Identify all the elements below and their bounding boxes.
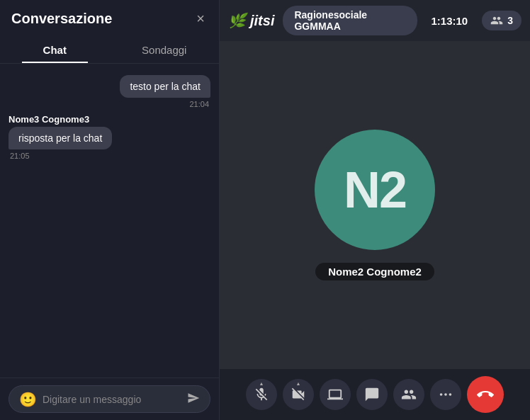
send-icon [187, 392, 200, 404]
jitsi-wordmark: jitsi [250, 13, 274, 29]
chat-input-area: 🙂 [0, 378, 219, 420]
message-time: 21:04 [189, 100, 210, 108]
mic-mute-button[interactable] [246, 379, 277, 410]
emoji-button[interactable]: 🙂 [19, 392, 37, 407]
messages-area: testo per la chat 21:04 Nome3 Cognome3 r… [0, 64, 219, 378]
cam-off-icon [291, 387, 306, 402]
end-call-icon [477, 386, 494, 403]
chat-icon [364, 387, 380, 402]
chat-tabs: Chat Sondaggi [0, 37, 219, 64]
video-main: N2 Nome2 Cognome2 [220, 41, 530, 369]
mic-off-icon [254, 387, 269, 402]
bubble-text: risposta per la chat [9, 127, 112, 149]
sender-name: Nome3 Cognome3 [9, 114, 89, 125]
more-icon [438, 387, 453, 402]
jitsi-logo: 🌿 jitsi [228, 12, 274, 29]
svg-point-1 [444, 393, 447, 396]
tab-chat[interactable]: Chat [0, 37, 110, 63]
message-outgoing: testo per la chat 21:04 [120, 75, 210, 108]
svg-point-0 [440, 393, 443, 396]
screen-share-icon [327, 387, 343, 402]
participant-name: Nome2 Cognome2 [315, 263, 434, 280]
input-wrapper: 🙂 [9, 385, 210, 413]
participants-badge: 3 [482, 11, 521, 30]
message-incoming: Nome3 Cognome3 risposta per la chat 21:0… [9, 114, 112, 160]
chat-panel: Conversazione × Chat Sondaggi testo per … [0, 0, 220, 420]
bottom-toolbar [220, 369, 530, 420]
chat-button[interactable] [356, 379, 388, 410]
video-topbar: 🌿 jitsi Ragionesociale GGMMAA 1:13:10 3 [220, 0, 530, 41]
participant-avatar: N2 [315, 130, 435, 250]
video-panel: 🌿 jitsi Ragionesociale GGMMAA 1:13:10 3 … [220, 0, 530, 420]
meeting-timer: 1:13:10 [426, 12, 474, 30]
people-icon [401, 387, 417, 402]
meeting-name-badge: Ragionesociale GGMMAA [283, 6, 417, 35]
participants-icon [490, 14, 503, 27]
participants-button[interactable] [393, 379, 424, 410]
jitsi-leaf-icon: 🌿 [228, 12, 246, 29]
tab-polls[interactable]: Sondaggi [110, 37, 220, 63]
conversation-title: Conversazione [11, 11, 112, 27]
end-call-button[interactable] [467, 376, 504, 413]
svg-point-2 [449, 393, 452, 396]
more-options-button[interactable] [430, 379, 461, 410]
bubble-text: testo per la chat [120, 75, 210, 98]
send-button[interactable] [187, 392, 200, 407]
cam-mute-button[interactable] [283, 379, 314, 410]
message-input[interactable] [43, 394, 181, 405]
screen-share-button[interactable] [320, 379, 351, 410]
participants-count: 3 [507, 15, 513, 26]
close-button[interactable]: × [193, 8, 208, 28]
message-time: 21:05 [9, 152, 30, 160]
chat-header: Conversazione × [0, 0, 219, 37]
